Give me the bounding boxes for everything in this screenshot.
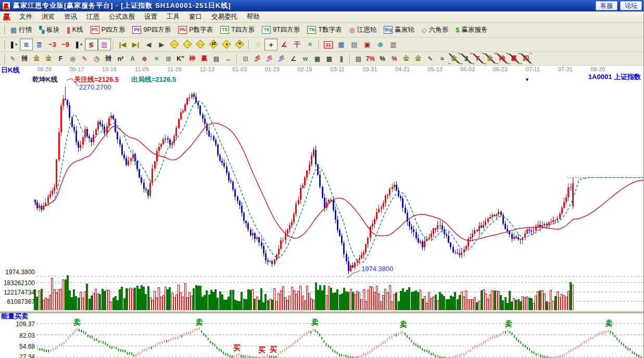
- tool-zoom-in-all[interactable]: ＋: [220, 39, 233, 50]
- draw-golden-section[interactable]: 金: [31, 53, 43, 64]
- draw-spider-web[interactable]: ✳: [150, 53, 162, 64]
- toolbar-button-t-number-table[interactable]: TNT数字表: [304, 24, 345, 36]
- tool-system-tool[interactable]: ▥: [387, 39, 400, 50]
- tool-wave-9[interactable]: ~9: [59, 39, 72, 50]
- tool-info-list[interactable]: ≣: [33, 39, 46, 50]
- draw-wave-lines[interactable]: w: [299, 53, 311, 64]
- draw-percent[interactable]: %: [376, 53, 388, 64]
- menu-item-7[interactable]: 窗口: [184, 11, 207, 22]
- draw-grid-a[interactable]: ▦: [311, 53, 323, 64]
- tool-page-left[interactable]: ◀: [142, 39, 155, 50]
- draw-gold-angle-2[interactable]: 金: [484, 53, 496, 64]
- menu-item-5[interactable]: 设置: [140, 11, 162, 22]
- draw-time-ruler[interactable]: 卌: [19, 53, 31, 64]
- toolbar-button-p9-square[interactable]: P99P四方形: [129, 24, 174, 36]
- toolbar-button-gann-wheel[interactable]: ◎江恩轮: [346, 24, 381, 36]
- draw-gold-angle[interactable]: 金: [448, 53, 460, 64]
- draw-four-angle[interactable]: 四: [520, 53, 532, 64]
- draw-gann-circle[interactable]: ⊕: [138, 53, 150, 64]
- draw-gold-circle[interactable]: 金: [400, 53, 412, 64]
- toolbar-button-t9-square[interactable]: T99T四方形: [258, 24, 304, 36]
- menu-item-0[interactable]: 文件: [15, 11, 37, 22]
- tool-wave-3[interactable]: ~3: [46, 39, 59, 50]
- draw-fib-ruler[interactable]: F: [55, 53, 67, 64]
- tool-hand-tool[interactable]: ☝: [251, 39, 264, 50]
- panel-divider[interactable]: [0, 310, 644, 313]
- draw-mark-pen[interactable]: ✎: [424, 53, 436, 64]
- draw-number-grid[interactable]: ▤: [210, 53, 222, 64]
- draw-percent-7[interactable]: 7%: [364, 53, 376, 64]
- tool-angle-measure[interactable]: ∡: [277, 39, 291, 50]
- tool-notepad[interactable]: ▤: [348, 39, 361, 50]
- draw-stat-table[interactable]: ▤: [352, 53, 364, 64]
- tool-shrink-horizontal[interactable]: ⇄: [207, 39, 220, 50]
- tool-period-day-selector[interactable]: ❚▾: [7, 39, 20, 50]
- draw-k-sign[interactable]: K″: [174, 53, 186, 64]
- menu-item-9[interactable]: 帮助: [242, 11, 264, 22]
- tool-tool-web[interactable]: ✳: [304, 39, 317, 50]
- draw-time-circle[interactable]: ◷: [91, 53, 103, 64]
- tool-web-export[interactable]: ⊕: [374, 39, 387, 50]
- draw-gold-line[interactable]: 金: [412, 53, 424, 64]
- draw-shen-angle[interactable]: 神: [496, 53, 508, 64]
- draw-channel[interactable]: ≈: [436, 53, 448, 64]
- draw-width-measure[interactable]: ↔: [222, 53, 234, 64]
- draw-square-web[interactable]: ⊞: [162, 53, 174, 64]
- forum-button[interactable]: 论坛: [620, 1, 642, 10]
- tool-first-page[interactable]: |◀: [116, 39, 129, 50]
- toolbar-button-hexagon[interactable]: ◇六角形: [418, 24, 452, 36]
- tool-page-right[interactable]: ▶: [155, 39, 168, 50]
- tool-calculator[interactable]: ▦: [335, 39, 348, 50]
- tool-shift-left[interactable]: ←: [168, 39, 181, 50]
- toolbar-button-winner-wheel[interactable]: Big赢家轮: [380, 24, 418, 36]
- draw-shen-tool[interactable]: 神: [186, 53, 198, 64]
- toolbar-button-quotes[interactable]: ▦行情: [7, 24, 35, 36]
- toolbar-button-sectors[interactable]: ▚板块: [35, 24, 63, 36]
- draw-win-tool[interactable]: 赢: [198, 53, 210, 64]
- draw-gann-line[interactable]: ✎: [7, 53, 19, 64]
- tool-save[interactable]: ▣: [361, 39, 374, 50]
- draw-andrews-fork[interactable]: A: [127, 53, 138, 64]
- menu-item-1[interactable]: 浏览: [37, 11, 59, 22]
- draw-spiral[interactable]: ◎: [67, 53, 79, 64]
- chart-area[interactable]: 卖卖卖卖卖卖买买买 日K线 乾坤K线 关注线=2126.5 出局线=2126.5…: [0, 74, 644, 358]
- toolbar-button-winner-service[interactable]: $赢家服务: [452, 24, 491, 36]
- menu-item-8[interactable]: 交易委托: [207, 11, 242, 22]
- toolbar-button-p-square[interactable]: PSP四方形: [87, 24, 129, 36]
- draw-percent-line[interactable]: %: [388, 53, 400, 64]
- tool-calendar[interactable]: 21: [322, 39, 335, 50]
- draw-golden-ratio[interactable]: 金: [43, 53, 55, 64]
- draw-f-angle[interactable]: F: [472, 53, 484, 64]
- draw-grid-b[interactable]: ▩: [323, 53, 335, 64]
- tool-volume-style[interactable]: ▥: [98, 39, 111, 50]
- menu-item-2[interactable]: 资讯: [59, 11, 82, 22]
- tool-candle-style-selector[interactable]: ❚▾: [72, 39, 85, 50]
- draw-fan-violet[interactable]: 彡: [275, 53, 287, 64]
- toolbar-button-p-number-table[interactable]: PNP数字表: [174, 24, 217, 36]
- tool-zigzag-style[interactable]: ≶: [85, 39, 98, 50]
- draw-fan-magenta[interactable]: 彡: [263, 53, 275, 64]
- draw-fan-red[interactable]: 彡: [251, 53, 263, 64]
- menu-item-3[interactable]: 江恩: [82, 11, 104, 22]
- draw-angle-lines[interactable]: ∠: [287, 53, 299, 64]
- draw-parallel-lines[interactable]: ∥: [335, 53, 347, 64]
- tool-zoom-out-all[interactable]: ✳: [233, 39, 246, 50]
- draw-gann-box[interactable]: ⊡: [239, 53, 251, 64]
- tool-crosshair-tool[interactable]: ＋: [264, 39, 277, 50]
- tool-last-page[interactable]: ▶|: [129, 39, 142, 50]
- tool-shift-right[interactable]: →: [181, 39, 194, 50]
- menu-item-4[interactable]: 公式选股: [104, 11, 140, 22]
- tool-region-select[interactable]: ≋: [20, 39, 33, 50]
- draw-trend-pencil[interactable]: ✎: [79, 53, 91, 64]
- draw-j-angle[interactable]: J: [460, 53, 472, 64]
- tool-expand-horizontal[interactable]: ↔: [194, 39, 207, 50]
- tool-tool-purple[interactable]: 干: [291, 39, 304, 50]
- menu-item-6[interactable]: 工具: [162, 11, 184, 22]
- toolbar-button-t-square[interactable]: TST四方形: [217, 24, 258, 36]
- customer-service-button[interactable]: 客服: [596, 1, 617, 10]
- kline-chart-canvas[interactable]: 卖卖卖卖卖卖买买买: [0, 74, 644, 358]
- draw-price-ruler[interactable]: 卌: [103, 53, 115, 64]
- toolbar-button-kline[interactable]: ∥K线: [63, 24, 86, 36]
- draw-square-of-nine[interactable]: n²: [115, 53, 127, 64]
- draw-win-angle[interactable]: 赢: [508, 53, 520, 64]
